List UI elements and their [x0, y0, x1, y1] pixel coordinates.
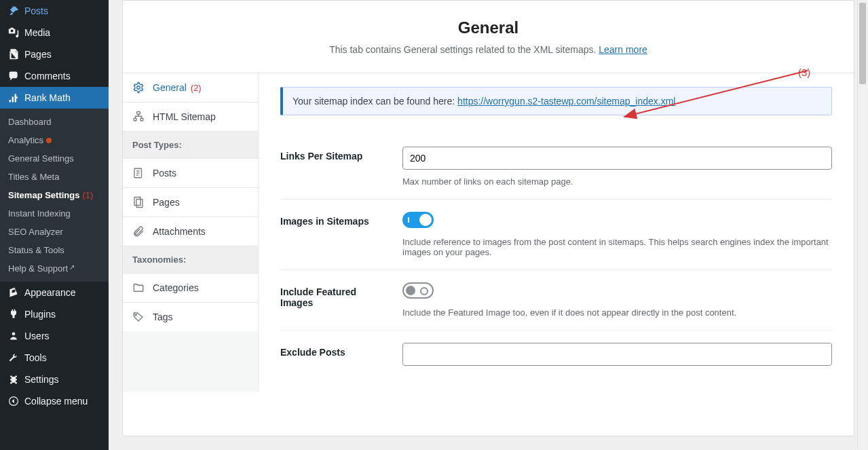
tag-icon — [132, 311, 147, 323]
menu-label: Tools — [24, 352, 47, 363]
field-label: Include Featured Images — [280, 282, 402, 318]
sidebar-item-plugins[interactable]: Plugins — [0, 303, 109, 325]
submenu-titles-meta[interactable]: Titles & Meta — [0, 168, 109, 186]
tab-html-sitemap[interactable]: HTML Sitemap — [123, 102, 258, 132]
plugins-icon — [7, 309, 20, 320]
settings-icon — [7, 374, 20, 385]
tab-section-post-types: Post Types: — [123, 132, 258, 159]
update-dot-icon — [46, 138, 52, 143]
external-link-icon: ↗ — [69, 263, 75, 271]
tab-attachments[interactable]: Attachments — [123, 217, 258, 246]
settings-panel: General This tab contains General settin… — [122, 0, 854, 436]
field-links-per-sitemap: Links Per Sitemap Max number of links on… — [280, 134, 832, 200]
images-in-sitemaps-toggle[interactable] — [402, 212, 434, 228]
exclude-posts-input[interactable] — [402, 343, 832, 366]
sitemap-url-link[interactable]: https://worrygun.s2-tastewp.com/sitemap_… — [457, 96, 675, 107]
users-icon — [7, 331, 20, 341]
sitemap-icon — [132, 111, 147, 123]
media-icon — [7, 27, 20, 38]
menu-label: Collapse menu — [24, 396, 88, 407]
tab-label: General — [153, 82, 187, 93]
menu-label: Rank Math — [24, 92, 71, 103]
links-per-sitemap-input[interactable] — [402, 147, 832, 170]
sidebar-item-users[interactable]: Users — [0, 325, 109, 347]
tab-posts[interactable]: Posts — [123, 159, 258, 188]
sidebar-item-rankmath[interactable]: Rank Math — [0, 87, 109, 109]
field-exclude-posts: Exclude Posts — [280, 331, 832, 378]
submenu-seo-analyzer[interactable]: SEO Analyzer — [0, 223, 109, 241]
sitemap-notice: Your sitemap index can be found here: ht… — [280, 87, 832, 115]
sidebar-item-collapse[interactable]: Collapse menu — [0, 390, 109, 412]
tools-icon — [7, 352, 20, 363]
tab-label: Pages — [153, 197, 180, 208]
svg-rect-10 — [136, 200, 143, 208]
page-title: General — [136, 18, 840, 37]
scrollbar[interactable] — [857, 1, 867, 449]
menu-label: Appearance — [24, 287, 76, 298]
posts-icon — [132, 167, 147, 179]
sidebar-item-settings[interactable]: Settings — [0, 369, 109, 390]
settings-fields: Your sitemap index can be found here: ht… — [259, 73, 854, 392]
scrollbar-thumb[interactable] — [859, 3, 866, 84]
sidebar-item-comments[interactable]: Comments — [0, 65, 109, 87]
menu-label: Comments — [24, 71, 71, 81]
page-description: This tab contains General settings relat… — [136, 44, 840, 55]
submenu-help-support[interactable]: Help & Support↗ — [0, 259, 109, 278]
menu-label: Settings — [24, 374, 59, 385]
menu-label: Pages — [24, 49, 52, 60]
sidebar-item-appearance[interactable]: Appearance — [0, 282, 109, 303]
tab-general[interactable]: General (2) — [123, 73, 258, 102]
folder-icon — [132, 282, 147, 294]
submenu-status-tools[interactable]: Status & Tools — [0, 241, 109, 259]
field-images-in-sitemaps: Images in Sitemaps Include reference to … — [280, 200, 832, 270]
collapse-icon — [7, 396, 20, 407]
svg-point-1 — [137, 86, 140, 90]
rankmath-icon — [7, 92, 20, 103]
admin-sidebar: Posts Media Pages Comments Rank Math Das… — [0, 0, 109, 450]
tab-label: Attachments — [153, 226, 206, 237]
content-area: General This tab contains General settin… — [109, 0, 868, 450]
panel-header: General This tab contains General settin… — [123, 1, 854, 73]
pin-icon — [7, 5, 20, 16]
submenu-instant-indexing[interactable]: Instant Indexing — [0, 204, 109, 223]
gear-icon — [132, 81, 147, 94]
sidebar-item-media[interactable]: Media — [0, 22, 109, 43]
submenu-general-settings[interactable]: General Settings — [0, 149, 109, 168]
appearance-icon — [7, 287, 20, 298]
field-description: Include reference to images from the pos… — [402, 237, 832, 257]
svg-rect-3 — [134, 118, 136, 121]
field-label: Images in Sitemaps — [280, 212, 402, 257]
learn-more-link[interactable]: Learn more — [599, 44, 647, 55]
tab-label: HTML Sitemap — [153, 111, 216, 122]
tab-label: Tags — [153, 312, 173, 322]
tab-section-taxonomies: Taxonomies: — [123, 246, 258, 274]
comment-icon — [7, 71, 20, 81]
settings-tabs: General (2) HTML Sitemap Post Types: Pos… — [123, 73, 259, 392]
tab-label: Categories — [153, 282, 199, 293]
menu-label: Media — [24, 27, 50, 38]
annotation-2: (2) — [191, 83, 202, 93]
field-description: Include the Featured Image too, even if … — [402, 307, 832, 318]
tab-pages[interactable]: Pages — [123, 188, 258, 217]
sidebar-item-posts[interactable]: Posts — [0, 0, 109, 22]
page-icon — [132, 196, 147, 208]
menu-label: Users — [24, 331, 50, 341]
rankmath-submenu: Dashboard Analytics General Settings Tit… — [0, 109, 109, 282]
sidebar-item-pages[interactable]: Pages — [0, 43, 109, 65]
field-include-featured-images: Include Featured Images Include the Feat… — [280, 270, 832, 331]
tab-tags[interactable]: Tags — [123, 303, 258, 331]
submenu-dashboard[interactable]: Dashboard — [0, 113, 109, 131]
menu-label: Posts — [24, 5, 48, 16]
svg-point-11 — [135, 314, 136, 316]
submenu-sitemap-settings[interactable]: Sitemap Settings(1) — [0, 186, 109, 204]
menu-label: Plugins — [24, 309, 56, 320]
tab-label: Posts — [153, 168, 176, 179]
sidebar-item-tools[interactable]: Tools — [0, 347, 109, 369]
submenu-analytics[interactable]: Analytics — [0, 131, 109, 149]
annotation-1: (1) — [82, 190, 93, 200]
include-featured-images-toggle[interactable] — [402, 282, 434, 299]
svg-rect-2 — [137, 112, 140, 115]
field-label: Links Per Sitemap — [280, 147, 402, 187]
attachment-icon — [132, 225, 147, 238]
tab-categories[interactable]: Categories — [123, 274, 258, 303]
